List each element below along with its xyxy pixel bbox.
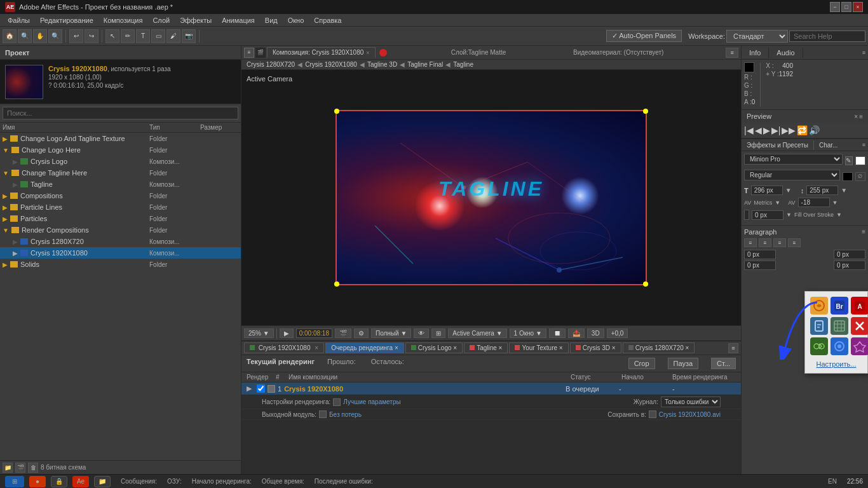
tool-search[interactable]: 🔍 [18,29,32,43]
char-tab[interactable]: Char... [814,140,843,150]
size-dropdown[interactable]: ▼ [785,187,796,194]
justify-btn[interactable]: ≡ [788,238,801,247]
menu-window[interactable]: Окно [283,15,309,25]
collapse-btn[interactable]: ≡ [726,48,738,58]
export-btn[interactable]: 📤 [568,329,585,338]
window-select[interactable]: 1 Окно ▼ [510,329,546,338]
indent-left-input[interactable] [744,250,776,259]
render-checkbox[interactable] [257,384,265,393]
playback-btn[interactable]: ▶ [280,329,294,338]
tl-tab-your-texture[interactable]: Your Texture × [509,342,568,353]
fill-dropdown[interactable]: ▼ [786,212,792,218]
align-right-btn[interactable]: ≡ [773,238,786,247]
tool-zoom[interactable]: 🔍 [48,29,62,43]
tree-item-particle-lines[interactable]: ▶ Particle Lines Folder [0,201,241,213]
tl-tab-crysis1920[interactable]: Crysis 1920X1080 × [244,342,324,353]
save-expand[interactable] [649,410,656,418]
style-selector[interactable]: Regular [744,170,840,180]
space-after-input[interactable] [834,261,865,270]
tree-item-compositions[interactable]: ▶ Compositions Folder [0,190,241,201]
tree-item-particles[interactable]: ▶ Particles Folder [0,213,241,224]
stroke-color-swatch[interactable] [843,172,853,181]
tl-tab-crysis3d[interactable]: Crysis 3D × [570,342,621,353]
breadcrumb-crysis1920[interactable]: Crysis 1920X1080 [305,61,357,68]
crop-button[interactable]: Crop [628,358,655,369]
tree-item-solids[interactable]: ▶ Solids Folder [0,259,241,270]
popup-icon-5[interactable] [831,317,848,335]
space-before-input[interactable] [744,261,776,270]
menu-composition[interactable]: Композиция [98,15,148,25]
window-controls[interactable]: − □ × [830,2,863,12]
prev-audio[interactable]: 🔊 [809,125,820,135]
tree-item-change-logo-texture[interactable]: ▶ Change Logo And Tagline Texture Folder [0,133,241,144]
breadcrumb-tagline[interactable]: Tagline [453,61,473,68]
tree-item-change-tagline-here[interactable]: ▼ Change Tagline Here Folder [0,167,241,179]
menu-preview[interactable]: ≡ [859,113,863,120]
quality-select[interactable]: Полный ▼ [371,329,411,338]
no-stroke-icon[interactable]: ∅ [855,172,865,181]
prev-play[interactable]: ▶ [763,125,770,135]
fill-stroke-dropdown[interactable]: ▼ [836,212,842,218]
leading-input[interactable] [806,186,838,195]
comp-close-icon[interactable]: × [366,50,369,56]
right-panel-menu[interactable]: ≡ [860,50,868,56]
fill-size-input[interactable] [752,210,783,220]
workspace-select[interactable]: Стандарт [726,30,788,43]
tool-select[interactable]: ↖ [105,29,119,43]
timecode-display[interactable]: 0:00:08:18 [296,329,332,338]
tool-hand[interactable]: ✋ [33,29,47,43]
pause-button[interactable]: Пауза [668,358,699,369]
log-select[interactable]: Только ошибки [661,396,721,407]
breadcrumb-tagline3d[interactable]: Tagline 3D [367,61,397,68]
menu-layer[interactable]: Слой [147,15,175,25]
font-size-input[interactable] [751,186,783,195]
font-selector[interactable]: Minion Pro [744,154,843,165]
tl-tab-tagline[interactable]: Tagline × [464,342,508,353]
tl-tab-crysis1280[interactable]: Crysis 1280X720 × [623,342,695,353]
tracking-input[interactable] [798,198,830,207]
menu-files[interactable]: Файлы [3,15,35,25]
tab-close[interactable]: × [315,344,318,351]
delete-button[interactable]: 🗑 [28,463,38,473]
tool-shape[interactable]: ▭ [151,29,165,43]
tracking-dropdown[interactable]: ▼ [832,200,838,206]
settings-value[interactable]: Лучшие параметры [343,398,400,405]
popup-settings-link[interactable]: Настроить... [810,360,862,368]
paragraph-menu[interactable]: ≡ [862,228,865,236]
start-render-button[interactable]: Ст... [711,358,736,369]
settings-expand[interactable] [333,398,341,406]
tool-text[interactable]: T [136,29,150,43]
windows-button[interactable]: ⊞ [5,476,24,487]
menu-edit[interactable]: Редактирование [35,15,98,25]
audio-tab[interactable]: Audio [769,48,803,58]
project-search-input[interactable] [3,107,238,119]
breadcrumb-taglinefinal[interactable]: Tagline Final [407,61,443,68]
kerning-dropdown[interactable]: ▼ [775,200,780,206]
film-icon[interactable]: 🎬 [335,329,351,338]
tree-item-render-compositions[interactable]: ▼ Render Compositions Folder [0,224,241,236]
popup-icon-9[interactable] [851,337,868,355]
corner-handle-br[interactable] [643,281,648,287]
prev-back[interactable]: ◀ [755,125,762,135]
explorer-button[interactable]: 📁 [94,476,111,487]
ae-button[interactable]: Ae [72,476,89,487]
effects-tab[interactable]: Эффекты и Пресеты [742,140,814,150]
output-expand[interactable] [319,410,327,418]
indent-right-input[interactable] [834,250,865,259]
menu-view[interactable]: Вид [260,15,283,25]
tl-tab-render-queue[interactable]: Очередь рендеринга × [325,342,404,353]
prev-first[interactable]: |◀ [744,125,754,135]
tl-tab-crysis-logo[interactable]: Crysis Logo × [405,342,463,353]
prev-forward[interactable]: ▶| [771,125,781,135]
corner-handle-bl[interactable] [334,281,339,287]
tool-brush[interactable]: 🖌 [166,29,180,43]
settings-btn[interactable]: ⚙ [354,329,369,338]
new-folder-button[interactable]: 📁 [3,463,13,473]
tool-home[interactable]: 🏠 [3,29,17,43]
close-preview[interactable]: × [854,113,858,120]
tree-item-crysis-logo[interactable]: ▶ Crysis Logo Компози... [0,156,241,167]
popup-icon-2[interactable]: Br [831,297,848,315]
chrome-button[interactable]: ● [29,476,46,487]
prev-last[interactable]: ▶▶ [782,125,796,135]
eyedropper-icon[interactable]: ✎ [845,156,853,165]
